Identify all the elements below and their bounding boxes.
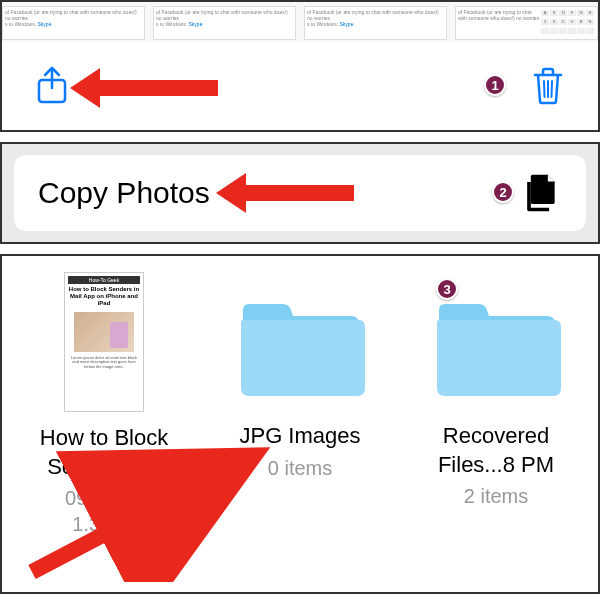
copy-photos-label: Copy Photos <box>38 176 210 210</box>
annotation-badge-2: 2 <box>492 181 514 203</box>
panel-files: How-To Geek How to Block Senders in Mail… <box>0 254 600 594</box>
panel-copy-photos: Copy Photos 2 <box>0 142 600 244</box>
panel-share-toolbar: of Facebook (or are trying to chat with … <box>0 0 600 132</box>
folder-item-recovered[interactable]: Recovered Files...8 PM 2 items <box>406 272 586 537</box>
annotation-badge-3: 3 <box>436 278 458 300</box>
thumbnail-4: of Facebook (or are trying to chat with … <box>455 6 598 40</box>
app-switcher-thumbnails: of Facebook (or are trying to chat with … <box>2 2 598 42</box>
folder-icon <box>431 292 561 402</box>
folder-meta: 0 items <box>268 455 332 481</box>
folder-meta: 2 items <box>464 483 528 509</box>
folder-name: Recovered Files...8 PM <box>406 422 586 479</box>
thumbnail-3: of Facebook (or are trying to chat with … <box>304 6 447 40</box>
annotation-arrow-3 <box>12 442 272 582</box>
thumbnail-1: of Facebook (or are trying to chat with … <box>2 6 145 40</box>
folder-icon <box>235 292 365 402</box>
share-icon <box>35 66 69 106</box>
copy-icon <box>518 171 562 215</box>
toolbar: 1 <box>2 42 598 130</box>
document-thumbnail: How-To Geek How to Block Senders in Mail… <box>64 272 144 412</box>
thumbnail-2: of Facebook (or are trying to chat with … <box>153 6 296 40</box>
delete-button[interactable] <box>530 68 566 104</box>
trash-icon <box>531 67 565 105</box>
annotation-badge-1: 1 <box>484 74 506 96</box>
share-button[interactable] <box>34 68 70 104</box>
svg-line-1 <box>32 462 242 572</box>
copy-photos-row[interactable]: Copy Photos 2 <box>14 155 586 231</box>
